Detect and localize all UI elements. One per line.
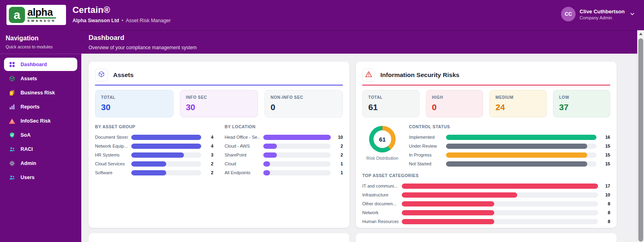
logo-mark: a <box>9 7 25 23</box>
section-heading: CONTROL STATUS <box>409 124 610 129</box>
grid-icon <box>9 61 15 68</box>
sidebar-item-admin[interactable]: Admin <box>4 156 77 170</box>
bar-row: HR Systems3 <box>95 150 213 159</box>
sidebar-item-business-risk[interactable]: Business Risk <box>4 86 77 99</box>
stat-value: 37 <box>559 102 604 112</box>
bar-row: Human Resources8 <box>362 217 610 226</box>
sidebar-item-label: Admin <box>21 161 36 166</box>
user-name: Clive Cuthbertson <box>580 8 625 15</box>
bar-row: Head Office - Se...10 <box>225 133 343 142</box>
by-location-chart: BY LOCATIONHead Office - Se...10Cloud - … <box>225 124 343 177</box>
bar-label: Implemented <box>409 135 443 140</box>
bar-row: Cloud - AWS2 <box>225 142 343 150</box>
bar-row: IT and communi...17 <box>362 182 610 190</box>
scroll-up-button[interactable] <box>638 30 644 37</box>
sidebar-item-label: SoA <box>21 132 31 138</box>
sidebar-item-reports[interactable]: Reports <box>4 100 77 113</box>
bar-fill <box>131 170 166 175</box>
bar-row: Not Started15 <box>409 159 610 168</box>
bar-label: IT and communi... <box>362 184 398 188</box>
stat-label: NON-INFO SEC <box>270 95 337 100</box>
sidebar-header: Navigation Quick access to modules <box>6 35 53 49</box>
stat-card-total: TOTAL61 <box>362 90 419 117</box>
bar-value: 2 <box>334 144 343 148</box>
sidebar-item-users[interactable]: Users <box>4 171 77 184</box>
stat-label: LOW <box>559 95 604 100</box>
bar-fill <box>131 152 184 158</box>
bar-row: Cloud Services2 <box>95 159 213 168</box>
bar-label: HR Systems <box>95 152 128 157</box>
bar-track <box>446 144 597 149</box>
bar-value: 8 <box>601 201 610 206</box>
bar-value: 16 <box>600 135 610 140</box>
chevron-down-icon <box>630 11 635 17</box>
stat-value: 0 <box>432 102 477 112</box>
bar-row: Cloud1 <box>225 159 343 168</box>
bar-fill <box>131 135 201 140</box>
bar-value: 10 <box>601 192 610 197</box>
bar-row: Infrastructure10 <box>362 190 610 199</box>
bar-label: Infrastructure <box>362 192 398 197</box>
bar-value: 15 <box>600 152 610 157</box>
cube-icon <box>98 71 105 79</box>
bar-row: Network Equip...4 <box>95 142 213 150</box>
brand-block: Certain® Alpha Swanson Ltd•Asset Risk Ma… <box>72 5 171 23</box>
scroll-up-arrow-icon <box>639 33 642 35</box>
bar-fill <box>263 152 277 158</box>
sidebar-item-label: InfoSec Risk <box>21 118 51 124</box>
sidebar-item-infosec-risk[interactable]: InfoSec Risk <box>4 114 77 127</box>
stat-label: HIGH <box>432 95 477 100</box>
bar-row: Implemented16 <box>409 133 610 142</box>
vertical-scrollbar[interactable] <box>637 30 644 242</box>
logo-subword: SWANSON <box>27 17 56 23</box>
bar-label: Cloud - AWS <box>225 144 260 148</box>
bar-track <box>402 201 598 207</box>
bar-label: In Progress <box>409 152 443 157</box>
bar-track <box>131 144 201 149</box>
bar-track <box>402 184 598 189</box>
scrollbar-thumb[interactable] <box>638 38 643 242</box>
card-icon-box <box>95 69 108 81</box>
sidebar-item-dashboard[interactable]: Dashboard <box>4 58 77 71</box>
stat-label: TOTAL <box>101 95 167 100</box>
bar-track <box>402 192 598 198</box>
bar-track <box>263 135 331 140</box>
infosec-risks-card: Information Security Risks TOTAL61HIGH0M… <box>356 62 617 228</box>
sidebar-item-raci[interactable]: RACI <box>4 142 77 156</box>
bar-track <box>263 144 331 149</box>
bar-label: Head Office - Se... <box>225 135 260 140</box>
bar-label: Under Review <box>409 144 443 148</box>
stat-label: TOTAL <box>368 95 413 100</box>
avatar: CC <box>561 7 576 21</box>
bar-track <box>131 161 201 167</box>
sidebar-item-label: RACI <box>21 146 33 152</box>
bar-fill <box>263 161 270 167</box>
bar-row: Network8 <box>362 208 610 217</box>
stat-card-low: LOW37 <box>553 90 610 117</box>
stat-value: 61 <box>368 102 413 112</box>
assets-card: Assets TOTAL30INFO SEC30NON-INFO SEC0 BY… <box>89 62 349 228</box>
sidebar-title: Navigation <box>6 35 53 42</box>
bar-fill <box>131 144 201 149</box>
sidebar-item-label: Users <box>21 175 35 180</box>
top-asset-categories-chart: TOP ASSET CATEGORIESIT and communi...17I… <box>362 173 610 226</box>
sidebar-subtitle: Quick access to modules <box>6 44 53 49</box>
donut-hole: 61 <box>374 130 391 148</box>
user-menu[interactable]: CC Clive Cuthbertson Company Admin <box>561 7 635 21</box>
bar-track <box>263 170 331 175</box>
bar-value: 4 <box>204 144 213 148</box>
bar-label: Cloud <box>225 161 260 166</box>
sidebar-item-soa[interactable]: SoA <box>4 128 77 142</box>
bar-fill <box>446 144 587 149</box>
bar-track <box>263 161 331 167</box>
bar-row: In Progress15 <box>409 150 610 159</box>
control-status-chart: CONTROL STATUSImplemented16Under Review1… <box>409 124 610 168</box>
module-name: Asset Risk Manager <box>126 18 171 23</box>
sidebar-item-assets[interactable]: Assets <box>4 72 77 85</box>
assets-stats-row: TOTAL30INFO SEC30NON-INFO SEC0 <box>95 90 343 117</box>
bar-value: 2 <box>204 170 213 175</box>
separator-dot: • <box>122 18 123 23</box>
bar-track <box>131 135 201 140</box>
bar-value: 15 <box>600 161 610 166</box>
bar-fill <box>446 152 587 158</box>
